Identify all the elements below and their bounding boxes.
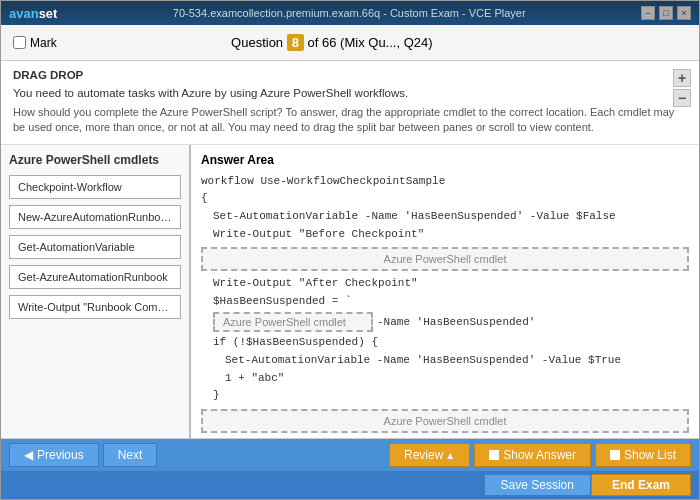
- inline-drop-row: Azure PowerShell cmdlet -Name 'HasBeenSu…: [213, 312, 689, 332]
- maximize-button[interactable]: □: [659, 6, 673, 20]
- cmdlet-item[interactable]: Get-AutomationVariable: [9, 235, 181, 259]
- close-button[interactable]: ×: [677, 6, 691, 20]
- answer-panel: Answer Area workflow Use-WorkflowCheckpo…: [191, 145, 699, 438]
- window-controls: − □ ×: [641, 6, 691, 20]
- question-intro: You need to automate tasks with Azure by…: [13, 85, 687, 101]
- minimize-button[interactable]: −: [641, 6, 655, 20]
- question-type: DRAG DROP: [13, 69, 687, 81]
- code-line: 1 + "abc": [201, 370, 689, 388]
- previous-button[interactable]: ◀ Previous: [9, 443, 99, 467]
- code-line: Set-AutomationVariable -Name 'HasBeenSus…: [201, 352, 689, 370]
- show-answer-button[interactable]: Show Answer: [474, 443, 591, 467]
- drop-zone-3[interactable]: Azure PowerShell cmdlet: [201, 409, 689, 433]
- question-instruction: How should you complete the Azure PowerS…: [13, 105, 687, 136]
- question-number: 8: [287, 34, 304, 51]
- mark-section: Mark: [13, 36, 57, 50]
- cmdlet-item[interactable]: New-AzureAutomationRunbook: [9, 205, 181, 229]
- title-bar: avanset 70-534.examcollection.premium.ex…: [1, 1, 699, 25]
- code-suffix: -Name 'HasBeenSuspended': [377, 314, 535, 332]
- drop-zone-2[interactable]: Azure PowerShell cmdlet: [213, 312, 373, 332]
- code-line: $HasBeenSuspended = `: [201, 293, 689, 311]
- zoom-in-button[interactable]: +: [673, 69, 691, 87]
- previous-label: Previous: [37, 448, 84, 462]
- cmdlet-item[interactable]: Get-AzureAutomationRunbook: [9, 265, 181, 289]
- cmdlets-panel: Azure PowerShell cmdlets Checkpoint-Work…: [1, 145, 191, 438]
- main-window: avanset 70-534.examcollection.premium.ex…: [0, 0, 700, 500]
- app-name-light: avan: [9, 6, 39, 21]
- app-logo: avanset: [9, 6, 57, 21]
- code-line: {: [201, 190, 689, 208]
- question-body: DRAG DROP You need to automate tasks wit…: [1, 61, 699, 145]
- show-list-label: Show List: [624, 448, 676, 462]
- title-bar-left: avanset: [9, 6, 57, 21]
- show-answer-icon: [489, 450, 499, 460]
- code-line: Write-Output "After Checkpoint": [201, 275, 689, 293]
- drop-zone-1[interactable]: Azure PowerShell cmdlet: [201, 247, 689, 271]
- save-session-button[interactable]: Save Session: [484, 474, 591, 496]
- code-line: Write-Output "Before Checkpoint": [201, 226, 689, 244]
- zoom-controls: + −: [673, 69, 691, 107]
- question-header: Mark Question 8 of 66 (Mix Qu..., Q24): [1, 25, 699, 61]
- cmdlet-item[interactable]: Checkpoint-Workflow: [9, 175, 181, 199]
- question-info: Question 8 of 66 (Mix Qu..., Q24): [231, 35, 433, 50]
- cmdlets-panel-title: Azure PowerShell cmdlets: [9, 153, 181, 167]
- bottom-toolbar: ◀ Previous Next Review ▲ Show Answer Sho…: [1, 439, 699, 471]
- status-bar: Save Session End Exam: [1, 471, 699, 499]
- mark-label: Mark: [30, 36, 57, 50]
- mark-checkbox[interactable]: [13, 36, 26, 49]
- code-line: }: [201, 387, 689, 405]
- review-arrow-icon: ▲: [445, 450, 455, 461]
- prev-arrow-icon: ◀: [24, 448, 33, 462]
- code-line: workflow Use-WorkflowCheckpointSample: [201, 173, 689, 191]
- window-title: 70-534.examcollection.premium.exam.66q -…: [57, 7, 641, 19]
- app-name-bold: set: [39, 6, 58, 21]
- review-label: Review: [404, 448, 443, 462]
- content-area: Azure PowerShell cmdlets Checkpoint-Work…: [1, 145, 699, 439]
- question-label: Question: [231, 35, 283, 50]
- code-line: if (!$HasBeenSuspended) {: [201, 334, 689, 352]
- answer-panel-title: Answer Area: [201, 153, 689, 167]
- show-list-icon: [610, 450, 620, 460]
- show-answer-label: Show Answer: [503, 448, 576, 462]
- review-button[interactable]: Review ▲: [389, 443, 470, 467]
- cmdlet-item[interactable]: Write-Output "Runbook Complete": [9, 295, 181, 319]
- next-button[interactable]: Next: [103, 443, 158, 467]
- end-exam-button[interactable]: End Exam: [591, 474, 691, 496]
- show-list-button[interactable]: Show List: [595, 443, 691, 467]
- zoom-out-button[interactable]: −: [673, 89, 691, 107]
- code-line: Set-AutomationVariable -Name 'HasBeenSus…: [201, 208, 689, 226]
- question-total: of 66 (Mix Qu..., Q24): [308, 35, 433, 50]
